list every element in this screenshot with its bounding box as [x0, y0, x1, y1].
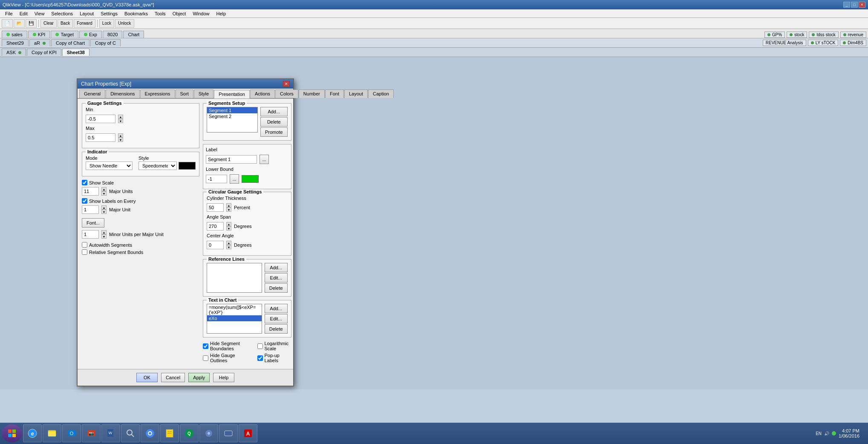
- menu-settings[interactable]: Settings: [97, 10, 121, 17]
- taskbar-settings[interactable]: [199, 424, 218, 442]
- sheet-tab-copy-c[interactable]: Copy of C: [90, 39, 121, 46]
- tab-8020[interactable]: 8020: [103, 31, 122, 38]
- toolbar-unlock[interactable]: Unlock: [115, 19, 134, 28]
- toolbar-lock[interactable]: Lock: [99, 19, 114, 28]
- major-unit-input[interactable]: [82, 205, 99, 214]
- tab-sales[interactable]: sales: [2, 31, 27, 38]
- dlg-tab-dimensions[interactable]: Dimensions: [106, 89, 139, 98]
- autowidth-checkbox[interactable]: [82, 242, 87, 248]
- menu-help[interactable]: Help: [213, 10, 230, 17]
- taskbar-ie[interactable]: e: [23, 424, 42, 442]
- sheet-tab-sheet38[interactable]: Sheet38: [62, 49, 89, 56]
- sheet-tab-copy-chart[interactable]: Copy of Chart: [51, 39, 89, 46]
- style-select[interactable]: Speedometer: [138, 161, 177, 170]
- tag-gp[interactable]: GP%: [764, 32, 785, 38]
- angle-span-up[interactable]: ▲: [226, 222, 231, 226]
- popup-labels-checkbox[interactable]: [257, 355, 263, 361]
- text-add-button[interactable]: Add...: [265, 304, 288, 313]
- segments-promote-button[interactable]: Promote: [260, 127, 288, 137]
- taskbar-acrobat[interactable]: A: [239, 424, 257, 442]
- taskbar-outlook[interactable]: O: [62, 424, 81, 442]
- show-labels-checkbox[interactable]: [82, 198, 87, 204]
- mode-select[interactable]: Show Needle Show Bar No Indicator: [86, 161, 133, 170]
- taskbar-magnify[interactable]: [121, 424, 140, 442]
- menu-file[interactable]: File: [2, 10, 16, 17]
- taskbar-files[interactable]: [43, 424, 61, 442]
- ref-edit-button[interactable]: Edit...: [265, 273, 288, 283]
- min-spin-down[interactable]: ▼: [118, 119, 123, 123]
- dialog-close-button[interactable]: ✕: [283, 81, 290, 87]
- text-edit-button[interactable]: Edit...: [265, 314, 288, 323]
- menu-window[interactable]: Window: [189, 10, 213, 17]
- text-chart-item-1[interactable]: =money(sum([$<eXP={'eXP'}: [207, 304, 262, 315]
- cylinder-up[interactable]: ▲: [226, 203, 231, 208]
- cylinder-input[interactable]: [207, 203, 224, 212]
- segment-label-input[interactable]: [206, 155, 257, 164]
- segments-delete-button[interactable]: Delete: [260, 117, 288, 127]
- menu-object[interactable]: Object: [169, 10, 190, 17]
- major-units-input[interactable]: [82, 187, 99, 196]
- sheet-tab-ar[interactable]: aR: [29, 39, 50, 46]
- center-angle-input[interactable]: [207, 241, 224, 249]
- major-unit-up[interactable]: ▲: [101, 205, 107, 210]
- tag-revenue-analysis[interactable]: REVENUE Analysis: [763, 40, 806, 46]
- segment-label-browse[interactable]: ...: [260, 155, 269, 164]
- show-scale-checkbox[interactable]: [82, 180, 87, 185]
- sheet-tab-copy-kpi[interactable]: Copy of KPI: [27, 49, 61, 56]
- center-angle-up[interactable]: ▲: [226, 241, 231, 245]
- start-button[interactable]: [2, 424, 22, 442]
- hide-outlines-checkbox[interactable]: [203, 355, 208, 361]
- tab-target[interactable]: Target: [51, 31, 78, 38]
- dlg-tab-font[interactable]: Font: [325, 89, 344, 98]
- menu-layout[interactable]: Layout: [76, 10, 97, 17]
- ref-add-button[interactable]: Add...: [265, 263, 288, 272]
- dlg-tab-style[interactable]: Style: [194, 89, 213, 98]
- dlg-tab-general[interactable]: General: [79, 89, 105, 98]
- text-delete-button[interactable]: Delete: [265, 324, 288, 334]
- apply-button[interactable]: Apply: [188, 373, 210, 382]
- taskbar-photos[interactable]: 📷: [82, 424, 101, 442]
- dlg-tab-sort[interactable]: Sort: [176, 89, 193, 98]
- max-input[interactable]: [86, 133, 115, 142]
- sheet-tab-sheet29[interactable]: Sheet29: [2, 39, 29, 46]
- relative-checkbox[interactable]: [82, 249, 87, 255]
- cancel-button[interactable]: Cancel: [161, 373, 185, 382]
- toolbar-new[interactable]: 📄: [2, 19, 13, 28]
- minor-units-up[interactable]: ▲: [101, 230, 107, 234]
- angle-span-input[interactable]: [207, 222, 224, 231]
- max-spin-down[interactable]: ▼: [118, 138, 123, 142]
- taskbar-volume-icon[interactable]: 🔊: [824, 431, 829, 436]
- toolbar-forward[interactable]: Forward: [74, 19, 95, 28]
- taskbar-docs[interactable]: W: [101, 424, 120, 442]
- segments-listbox[interactable]: Segment 1 Segment 2: [207, 107, 258, 133]
- restore-button[interactable]: □: [851, 2, 858, 8]
- min-spin-up[interactable]: ▲: [118, 115, 123, 119]
- ref-delete-button[interactable]: Delete: [265, 283, 288, 293]
- dlg-tab-caption[interactable]: Caption: [368, 89, 394, 98]
- close-button[interactable]: ✕: [859, 2, 865, 8]
- angle-span-down[interactable]: ▼: [226, 226, 231, 231]
- min-input[interactable]: [86, 115, 115, 123]
- cylinder-down[interactable]: ▼: [226, 208, 231, 212]
- dlg-tab-actions[interactable]: Actions: [250, 89, 275, 98]
- taskbar-chrome[interactable]: [141, 424, 159, 442]
- segment-color-swatch[interactable]: [242, 175, 259, 183]
- tab-chart[interactable]: Chart: [123, 31, 144, 38]
- tag-dim4bs[interactable]: Dim4BS: [840, 40, 866, 46]
- menu-edit[interactable]: Edit: [16, 10, 31, 17]
- tag-ly-stock[interactable]: LY sTOCK: [808, 40, 839, 46]
- taskbar-qlikview[interactable]: Q: [180, 424, 199, 442]
- menu-tools[interactable]: Tools: [151, 10, 169, 17]
- toolbar-open[interactable]: 📂: [14, 19, 25, 28]
- segment-item-1[interactable]: Segment 1: [207, 107, 257, 113]
- menu-view[interactable]: View: [31, 10, 48, 17]
- toolbar-save[interactable]: 💾: [26, 19, 37, 28]
- menu-selections[interactable]: Selections: [48, 10, 76, 17]
- dlg-tab-colors[interactable]: Colors: [275, 89, 298, 98]
- tag-revenue[interactable]: revenue: [840, 32, 866, 38]
- tag-stock[interactable]: stock: [787, 32, 807, 38]
- dlg-tab-number[interactable]: Number: [299, 89, 325, 98]
- minor-units-input[interactable]: [82, 230, 99, 239]
- tab-kpi[interactable]: KPI: [28, 31, 50, 38]
- font-button[interactable]: Font...: [82, 218, 104, 228]
